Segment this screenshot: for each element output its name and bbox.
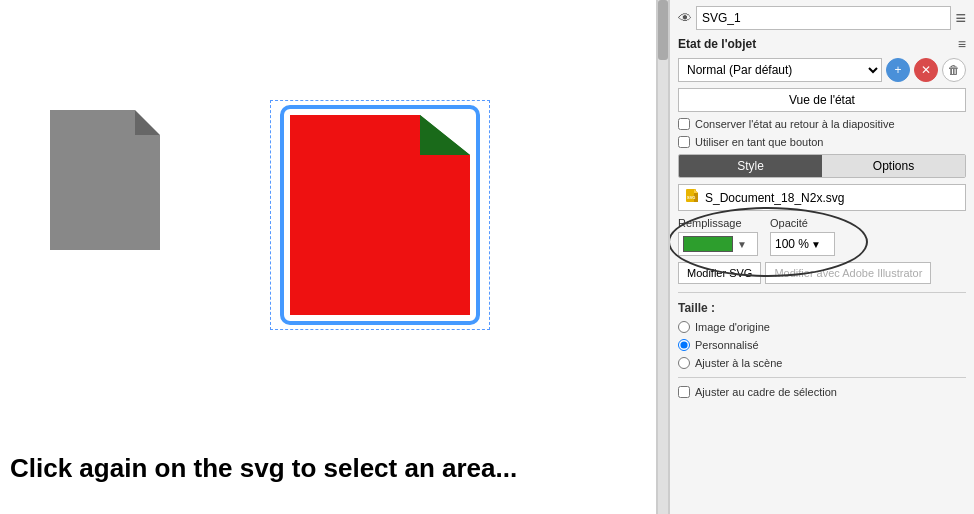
vue-etat-button[interactable]: Vue de l'état [678,88,966,112]
object-name-input[interactable] [696,6,951,30]
svg-text:SVG: SVG [687,195,695,200]
modifier-ai-button[interactable]: Modifier avec Adobe Illustrator [765,262,931,284]
svg-file-row: SVG S_Document_18_N2x.svg [678,184,966,211]
radio-image-origine[interactable] [678,321,690,333]
middle-scrollbar[interactable] [657,0,669,514]
fill-opacity-row: Remplissage ▼ Opacité 100 % ▼ [678,217,966,256]
checkbox-conserver-row: Conserver l'état au retour à la diaposit… [678,118,966,130]
radio-personnalise-row: Personnalisé [678,339,966,351]
checkbox-bouton-label: Utiliser en tant que bouton [695,136,823,148]
checkbox-bouton[interactable] [678,136,690,148]
checkbox-ajuster-row: Ajuster au cadre de sélection [678,386,966,398]
tab-style-button[interactable]: Style [679,155,822,177]
radio-ajuster-scene[interactable] [678,357,690,369]
svg-filename: S_Document_18_N2x.svg [705,191,844,205]
svg-file-icon: SVG [685,188,701,207]
modifier-svg-button[interactable]: Modifier SVG [678,262,761,284]
svg-marker-5 [420,115,470,155]
opacity-control[interactable]: 100 % ▼ [770,232,835,256]
opacity-label: Opacité [770,217,835,229]
divider2 [678,377,966,378]
add-state-button[interactable]: + [886,58,910,82]
style-options-tabs: Style Options [678,154,966,178]
opacity-section: Opacité 100 % ▼ [770,217,835,256]
opacity-value: 100 % [775,237,809,251]
divider [678,292,966,293]
radio-image-origine-label: Image d'origine [695,321,770,333]
right-panel: 👁 ≡ Etat de l'objet ≡ Normal (Par défaut… [669,0,974,514]
visibility-icon[interactable]: 👁 [678,10,692,26]
svg-marker-1 [135,110,160,135]
gray-doc-icon [50,110,170,250]
checkbox-conserver-label: Conserver l'état au retour à la diaposit… [695,118,895,130]
minus-state-button[interactable]: ✕ [914,58,938,82]
radio-ajuster-scene-label: Ajuster à la scène [695,357,782,369]
name-row: 👁 ≡ [678,6,966,30]
checkbox-ajuster[interactable] [678,386,690,398]
panel-menu-icon[interactable]: ≡ [955,9,966,27]
radio-personnalise[interactable] [678,339,690,351]
radio-ajuster-scene-row: Ajuster à la scène [678,357,966,369]
svg-marker-8 [694,189,698,193]
instruction-text: Click again on the svg to select an area… [10,453,517,484]
modifier-row: Modifier SVG Modifier avec Adobe Illustr… [678,262,966,284]
object-state-menu-icon[interactable]: ≡ [958,36,966,52]
state-row: Normal (Par défaut) + ✕ 🗑 [678,58,966,82]
selected-doc-icon[interactable] [270,100,490,330]
fill-label: Remplissage [678,217,758,229]
fill-section: Remplissage ▼ [678,217,758,256]
main-canvas-area: Click again on the svg to select an area… [0,0,657,514]
checkbox-ajuster-label: Ajuster au cadre de sélection [695,386,837,398]
fill-color-box[interactable] [683,236,733,252]
checkbox-bouton-row: Utiliser en tant que bouton [678,136,966,148]
radio-personnalise-label: Personnalisé [695,339,759,351]
radio-image-origine-row: Image d'origine [678,321,966,333]
tab-options-button[interactable]: Options [822,155,965,177]
canvas[interactable]: Click again on the svg to select an area… [0,0,656,514]
delete-state-button[interactable]: 🗑 [942,58,966,82]
state-select[interactable]: Normal (Par défaut) [678,58,882,82]
fill-control[interactable]: ▼ [678,232,758,256]
checkbox-conserver[interactable] [678,118,690,130]
object-state-label: Etat de l'objet ≡ [678,36,966,52]
fill-dropdown-arrow[interactable]: ▼ [737,239,747,250]
opacity-dropdown-arrow[interactable]: ▼ [811,239,821,250]
scrollbar-thumb[interactable] [658,0,668,60]
taille-label: Taille : [678,301,966,315]
